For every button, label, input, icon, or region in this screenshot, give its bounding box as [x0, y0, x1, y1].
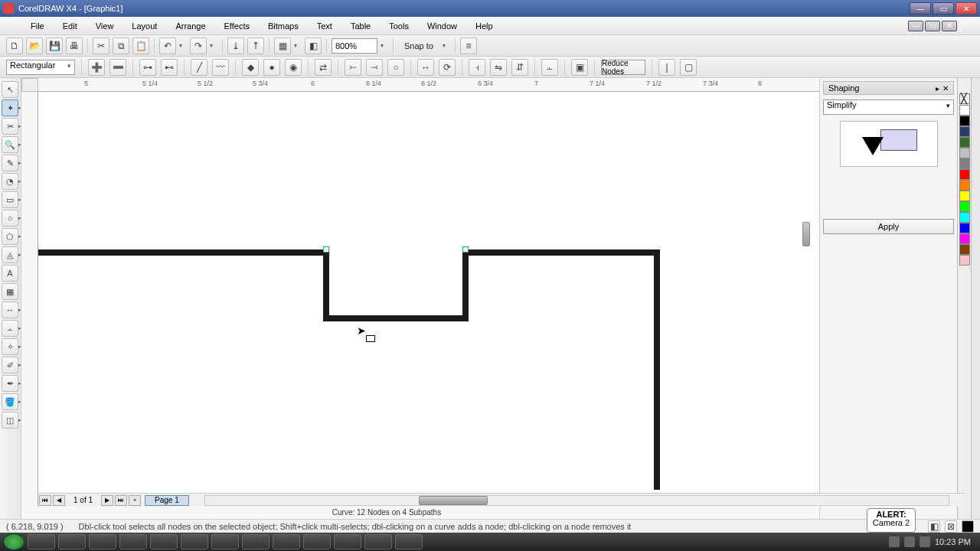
- curve-node[interactable]: [462, 246, 469, 253]
- polygon-tool-icon[interactable]: ⬠: [2, 228, 18, 245]
- prev-page-icon[interactable]: ◀: [53, 495, 65, 506]
- crop-tool-icon[interactable]: ✂: [2, 118, 18, 135]
- ruler-origin[interactable]: [21, 78, 38, 92]
- save-icon[interactable]: 💾: [46, 37, 63, 54]
- menu-file[interactable]: File: [23, 20, 52, 32]
- menu-layout[interactable]: Layout: [124, 20, 165, 32]
- color-swatch[interactable]: [959, 158, 970, 169]
- zoom-input[interactable]: [332, 38, 377, 54]
- docker-collapse-handle[interactable]: [802, 222, 810, 246]
- redo-dropdown-icon[interactable]: ▾: [210, 42, 217, 49]
- reverse-dir-icon[interactable]: ⇄: [315, 59, 332, 76]
- extend-curve-icon[interactable]: ⤚: [345, 59, 361, 76]
- eyedropper-tool-icon[interactable]: ✐: [2, 357, 18, 373]
- smart-fill-tool-icon[interactable]: ◔: [2, 173, 18, 190]
- bbox-icon[interactable]: ▢: [680, 59, 697, 76]
- apply-button[interactable]: Apply: [823, 219, 954, 234]
- tray-icon[interactable]: [889, 536, 900, 547]
- docker-tabs[interactable]: [971, 78, 980, 520]
- shaping-mode-select[interactable]: Simplify: [823, 99, 954, 115]
- taskbar-item[interactable]: [242, 534, 270, 549]
- paste-icon[interactable]: 📋: [132, 37, 149, 54]
- join-nodes-icon[interactable]: ⊶: [139, 59, 156, 76]
- vertical-ruler[interactable]: [21, 92, 38, 507]
- taskbar-item[interactable]: [334, 534, 361, 549]
- interactive-fill-tool-icon[interactable]: ◫: [2, 412, 18, 429]
- zoom-tool-icon[interactable]: 🔍: [2, 136, 18, 153]
- menu-view[interactable]: View: [88, 20, 122, 32]
- first-page-icon[interactable]: ⏮: [39, 495, 51, 506]
- page-tab[interactable]: Page 1: [145, 495, 189, 506]
- reduce-nodes-button[interactable]: Reduce Nodes: [601, 60, 645, 75]
- menu-bitmaps[interactable]: Bitmaps: [260, 20, 306, 32]
- color-swatch[interactable]: [959, 191, 970, 201]
- launcher-dropdown-icon[interactable]: ▾: [294, 42, 302, 49]
- clock[interactable]: 10:23 PM: [935, 537, 971, 546]
- taskbar-item[interactable]: [273, 534, 300, 549]
- fill-indicator-icon[interactable]: ◧: [928, 520, 940, 533]
- taskbar-item[interactable]: [150, 534, 178, 549]
- minimize-button[interactable]: —: [910, 2, 931, 15]
- options-icon[interactable]: ≡: [460, 37, 477, 54]
- print-icon[interactable]: 🖶: [66, 37, 83, 54]
- menu-effects[interactable]: Effects: [217, 20, 257, 32]
- reflect-v-icon[interactable]: ⇵: [511, 59, 528, 76]
- reflect-h-icon[interactable]: ⇋: [490, 59, 507, 76]
- last-page-icon[interactable]: ⏭: [115, 495, 127, 506]
- zoom-dropdown-icon[interactable]: ▾: [381, 42, 388, 49]
- menu-edit[interactable]: Edit: [55, 20, 85, 32]
- selection-mode-select[interactable]: Rectangular: [6, 60, 75, 75]
- basic-shapes-tool-icon[interactable]: ◬: [2, 246, 18, 263]
- menu-help[interactable]: Help: [468, 20, 501, 32]
- docker-auto-hide-icon[interactable]: ▸: [936, 84, 939, 93]
- text-tool-icon[interactable]: A: [2, 265, 18, 282]
- color-swatch[interactable]: [959, 244, 970, 255]
- color-swatch[interactable]: [959, 105, 970, 116]
- extract-subpath-icon[interactable]: ⤙: [366, 59, 383, 76]
- docker-close-icon[interactable]: ✕: [942, 84, 949, 93]
- color-swatch[interactable]: [959, 255, 970, 266]
- to-curve-icon[interactable]: 〰: [212, 59, 229, 76]
- maximize-button[interactable]: ▭: [933, 2, 954, 15]
- doc-restore-button[interactable]: ▭: [925, 21, 940, 31]
- taskbar-item[interactable]: [303, 534, 331, 549]
- undo-dropdown-icon[interactable]: ▾: [179, 42, 187, 49]
- copy-icon[interactable]: ⧉: [113, 37, 129, 54]
- new-icon[interactable]: 🗋: [6, 37, 23, 54]
- tray-icon[interactable]: [904, 536, 915, 547]
- color-swatch[interactable]: [959, 180, 970, 191]
- color-swatch[interactable]: [959, 116, 970, 126]
- curve-smooth-slider-icon[interactable]: |: [658, 59, 675, 76]
- align-nodes-icon[interactable]: ⫞: [469, 59, 485, 76]
- cut-icon[interactable]: ✂: [93, 37, 109, 54]
- color-swatch[interactable]: [959, 169, 970, 180]
- taskbar-item[interactable]: [119, 534, 147, 549]
- taskbar-item[interactable]: [211, 534, 239, 549]
- smooth-node-icon[interactable]: ●: [263, 59, 280, 76]
- redo-icon[interactable]: ↷: [190, 37, 207, 54]
- taskbar-item[interactable]: [89, 534, 116, 549]
- outline-indicator-icon[interactable]: [962, 520, 974, 533]
- app-launcher-icon[interactable]: ▦: [274, 37, 291, 54]
- menu-window[interactable]: Window: [420, 20, 465, 32]
- next-page-icon[interactable]: ▶: [101, 495, 113, 506]
- interactive-tool-icon[interactable]: ✧: [2, 338, 18, 355]
- taskbar-item[interactable]: [364, 534, 392, 549]
- curve-object[interactable]: [38, 92, 819, 490]
- color-swatch[interactable]: [959, 212, 970, 223]
- add-page-icon[interactable]: +: [129, 495, 141, 506]
- color-swatch[interactable]: [959, 137, 970, 148]
- doc-close-button[interactable]: ✕: [942, 21, 957, 31]
- export-icon[interactable]: ⤒: [247, 37, 264, 54]
- doc-minimize-button[interactable]: —: [908, 21, 923, 31]
- connector-tool-icon[interactable]: ⫠: [2, 320, 18, 337]
- import-icon[interactable]: ⤓: [227, 37, 244, 54]
- shape-tool-icon[interactable]: ✦: [2, 99, 18, 116]
- menu-table[interactable]: Table: [343, 20, 378, 32]
- curve-node[interactable]: [323, 246, 329, 253]
- outline-tool-icon[interactable]: ✒: [2, 375, 18, 392]
- menu-arrange[interactable]: Arrange: [168, 20, 213, 32]
- taskbar-item[interactable]: [181, 534, 208, 549]
- cusp-node-icon[interactable]: ◆: [242, 59, 259, 76]
- close-button[interactable]: ✕: [956, 2, 977, 15]
